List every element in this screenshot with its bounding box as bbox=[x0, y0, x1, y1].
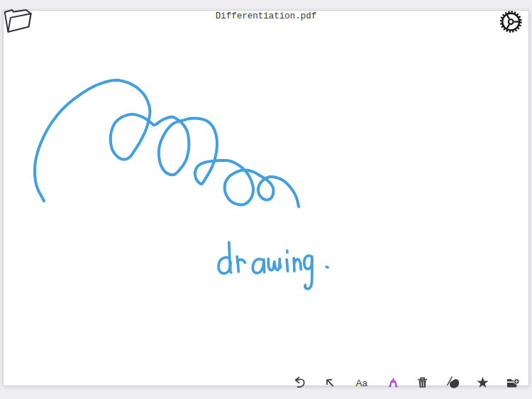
svg-text:Aa: Aa bbox=[356, 378, 368, 388]
